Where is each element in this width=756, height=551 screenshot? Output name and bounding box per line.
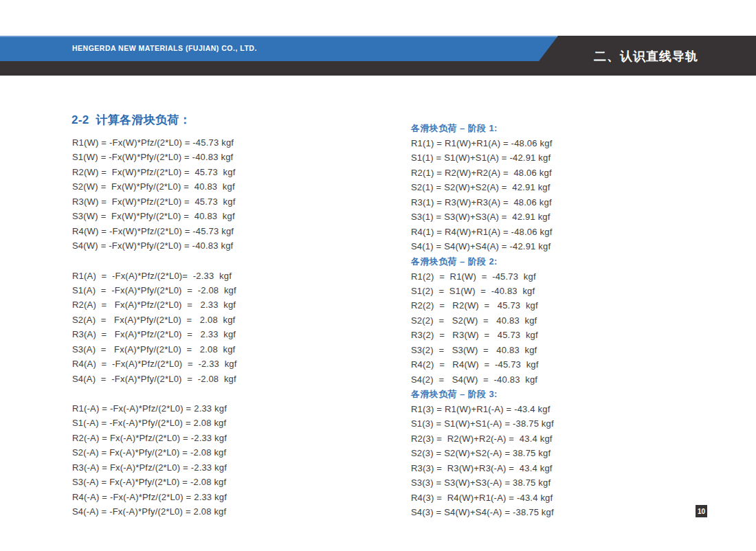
formula-line: S1(2) = S1(W) = -40.83 kgf xyxy=(411,284,554,298)
section-title: 二、认识直线导轨 xyxy=(594,36,698,76)
formula-line: S1(A) = -Fx(A)*Pfy/(2*L0) = -2.08 kgf xyxy=(72,283,237,297)
formula-line: S4(-A) = -Fx(-A)*Pfy/(2*L0) = 2.08 kgf xyxy=(72,504,237,519)
stage-1-section: 各滑块负荷 – 阶段 1: R1(1) = R1(W)+R1(A) = -48.… xyxy=(411,121,554,254)
formula-line: R1(-A) = -Fx(-A)*Pfz/(2*L0) = 2.33 kgf xyxy=(72,401,237,416)
formula-line: S4(A) = -Fx(A)*Pfy/(2*L0) = -2.08 kgf xyxy=(72,372,237,386)
formula-line: S4(W) = -Fx(W)*Pfy/(2*L0) = -40.83 kgf xyxy=(72,238,237,253)
formula-line: R4(A) = -Fx(A)*Pfz/(2*L0) = -2.33 kgf xyxy=(72,357,237,371)
formula-line: S2(-A) = Fx(-A)*Pfy/(2*L0) = -2.08 kgf xyxy=(72,445,237,460)
page-title: 2-2 计算各滑块负荷： xyxy=(71,112,191,128)
stage-3-section: 各滑块负荷 – 阶段 3: R1(3) = R1(W)+R1(-A) = -43… xyxy=(411,387,554,520)
formula-line: S3(W) = Fx(W)*Pfy/(2*L0) = 40.83 kgf xyxy=(72,209,237,223)
stage-2-heading: 各滑块负荷 – 阶段 2: xyxy=(411,254,554,269)
formula-line: R2(2) = R2(W) = 45.73 kgf xyxy=(411,298,554,313)
formula-line: R4(W) = -Fx(W)*Pfz/(2*L0) = -45.73 kgf xyxy=(72,224,237,238)
formula-line: R2(-A) = Fx(-A)*Pfz/(2*L0) = -2.33 kgf xyxy=(72,431,237,445)
formula-block-a: R1(A) = -Fx(A)*Pfz/(2*L0)= -2.33 kgfS1(A… xyxy=(72,269,237,387)
formula-line: S4(2) = S4(W) = -40.83 kgf xyxy=(411,372,554,387)
formula-line: S3(-A) = Fx(-A)*Pfy/(2*L0) = -2.08 kgf xyxy=(72,475,237,489)
formula-line: R4(3) = R4(W)+R1(-A) = -43.4 kgf xyxy=(411,491,554,505)
company-name: HENGERDA NEW MATERIALS (FUJIAN) CO., LTD… xyxy=(72,36,257,61)
formula-line: R2(1) = R2(W)+R2(A) = 48.06 kgf xyxy=(411,166,554,180)
formula-line: R3(3) = R3(W)+R3(-A) = 43.4 kgf xyxy=(411,461,554,475)
stage-2-section: 各滑块负荷 – 阶段 2: R1(2) = R1(W) = -45.73 kgf… xyxy=(411,254,554,387)
formula-line: R4(1) = R4(W)+R1(A) = -48.06 kgf xyxy=(411,225,554,239)
formula-line: S2(W) = Fx(W)*Pfy/(2*L0) = 40.83 kgf xyxy=(72,179,237,194)
formula-line: R2(A) = Fx(A)*Pfz/(2*L0) = 2.33 kgf xyxy=(72,297,237,312)
formula-line: R4(-A) = -Fx(-A)*Pfz/(2*L0) = 2.33 kgf xyxy=(72,490,237,504)
stage-3-heading: 各滑块负荷 – 阶段 3: xyxy=(411,387,554,402)
formula-block-w: R1(W) = -Fx(W)*Pfz/(2*L0) = -45.73 kgfS1… xyxy=(72,135,237,254)
formula-line: S1(1) = S1(W)+S1(A) = -42.91 kgf xyxy=(411,150,554,165)
formula-line: R2(3) = R2(W)+R2(-A) = 43.4 kgf xyxy=(411,431,554,446)
formula-line: S3(2) = S3(W) = 40.83 kgf xyxy=(411,343,554,357)
formula-line: S2(1) = S2(W)+S2(A) = 42.91 kgf xyxy=(411,180,554,194)
formula-line: R3(2) = R3(W) = 45.73 kgf xyxy=(411,328,554,342)
formula-line: S2(2) = S2(W) = 40.83 kgf xyxy=(411,313,554,328)
stage-1-heading: 各滑块负荷 – 阶段 1: xyxy=(411,121,554,136)
formula-line: S2(3) = S2(W)+S2(-A) = 38.75 kgf xyxy=(411,446,554,460)
formula-line: S2(A) = Fx(A)*Pfy/(2*L0) = 2.08 kgf xyxy=(72,313,237,327)
stage-1-lines: R1(1) = R1(W)+R1(A) = -48.06 kgfS1(1) = … xyxy=(411,136,554,254)
formula-line: S1(3) = S1(W)+S1(-A) = -38.75 kgf xyxy=(411,416,554,431)
page-number-badge: 10 xyxy=(696,505,707,517)
formula-line: S4(1) = S4(W)+S4(A) = -42.91 kgf xyxy=(411,239,554,254)
formula-line: R1(1) = R1(W)+R1(A) = -48.06 kgf xyxy=(411,136,554,150)
formula-line: R3(A) = Fx(A)*Pfz/(2*L0) = 2.33 kgf xyxy=(72,327,237,341)
formula-line: R1(W) = -Fx(W)*Pfz/(2*L0) = -45.73 kgf xyxy=(72,135,237,150)
formula-line: R3(W) = Fx(W)*Pfz/(2*L0) = 45.73 kgf xyxy=(72,194,237,209)
formula-line: R1(3) = R1(W)+R1(-A) = -43.4 kgf xyxy=(411,402,554,416)
stage-2-lines: R1(2) = R1(W) = -45.73 kgfS1(2) = S1(W) … xyxy=(411,269,554,387)
formula-line: R1(A) = -Fx(A)*Pfz/(2*L0)= -2.33 kgf xyxy=(72,269,237,283)
formula-line: R3(-A) = Fx(-A)*Pfz/(2*L0) = -2.33 kgf xyxy=(72,460,237,475)
formula-line: R3(1) = R3(W)+R3(A) = 48.06 kgf xyxy=(411,195,554,210)
formula-block-neg-a: R1(-A) = -Fx(-A)*Pfz/(2*L0) = 2.33 kgfS1… xyxy=(72,401,237,519)
right-column: 各滑块负荷 – 阶段 1: R1(1) = R1(W)+R1(A) = -48.… xyxy=(411,121,554,520)
formula-line: R2(W) = Fx(W)*Pfz/(2*L0) = 45.73 kgf xyxy=(72,165,237,179)
left-column: R1(W) = -Fx(W)*Pfz/(2*L0) = -45.73 kgfS1… xyxy=(72,135,237,519)
formula-line: S1(-A) = -Fx(-A)*Pfy/(2*L0) = 2.08 kgf xyxy=(72,416,237,430)
formula-line: S4(3) = S4(W)+S4(-A) = -38.75 kgf xyxy=(411,505,554,519)
formula-line: S3(A) = Fx(A)*Pfy/(2*L0) = 2.08 kgf xyxy=(72,342,237,357)
formula-line: S1(W) = -Fx(W)*Pfy/(2*L0) = -40.83 kgf xyxy=(72,150,237,164)
formula-line: R4(2) = R4(W) = -45.73 kgf xyxy=(411,357,554,372)
formula-line: S3(1) = S3(W)+S3(A) = 42.91 kgf xyxy=(411,210,554,224)
stage-3-lines: R1(3) = R1(W)+R1(-A) = -43.4 kgfS1(3) = … xyxy=(411,402,554,520)
formula-line: S3(3) = S3(W)+S3(-A) = 38.75 kgf xyxy=(411,475,554,490)
formula-line: R1(2) = R1(W) = -45.73 kgf xyxy=(411,269,554,284)
